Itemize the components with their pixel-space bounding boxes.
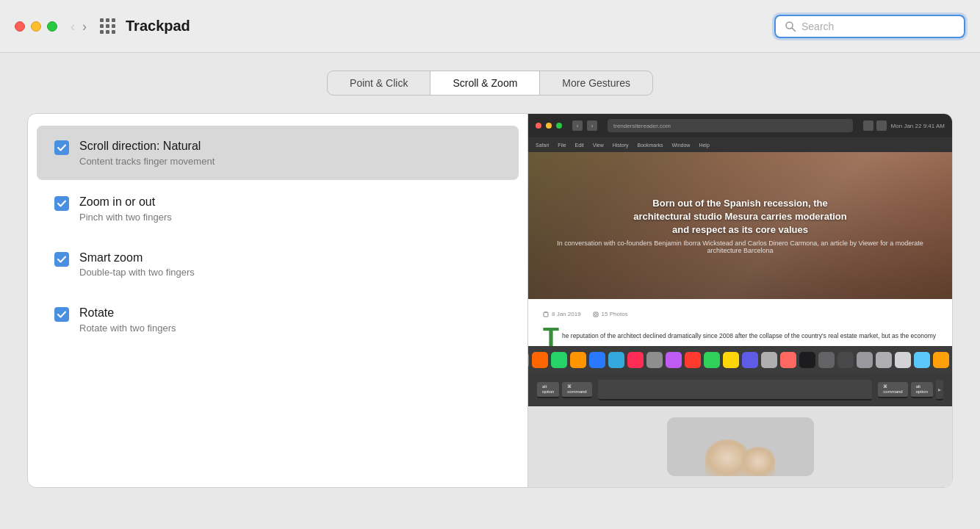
setting-text-scroll-direction: Scroll direction: Natural Content tracks…	[79, 139, 215, 167]
article-content: 8 Jan 2019 15 Photos T he reputation of …	[528, 299, 952, 346]
hero-subtitle: In conversation with co-founders Benjami…	[550, 240, 930, 254]
dock-icon-12	[742, 352, 758, 368]
apps-grid-icon[interactable]	[100, 18, 115, 34]
dock-icon-9	[685, 352, 701, 368]
tab-bar: Point & Click Scroll & Zoom More Gesture…	[327, 71, 653, 96]
trackpad-surface	[667, 417, 814, 476]
search-container	[774, 15, 965, 38]
setting-title-zoom: Zoom in or out	[79, 195, 172, 210]
setting-item-scroll-direction[interactable]: Scroll direction: Natural Content tracks…	[37, 126, 519, 180]
preview-panel: ‹ › trendersitereader.com Mon Jan 22 9:4…	[528, 114, 952, 487]
browser-content: Born out of the Spanish recession, the a…	[528, 152, 952, 346]
checkbox-rotate[interactable]	[54, 307, 69, 322]
right-keys: ⌘command altoption	[878, 382, 933, 398]
dock-icon-1	[532, 352, 548, 368]
left-keys: altoption ⌘command	[537, 382, 592, 398]
checkbox-scroll-direction[interactable]	[54, 140, 69, 155]
forward-button[interactable]: ›	[82, 20, 87, 33]
setting-item-zoom[interactable]: Zoom in or out Pinch with two fingers	[37, 181, 519, 236]
fullscreen-button[interactable]	[47, 21, 57, 32]
browser-chrome: ‹ › trendersitereader.com Mon Jan 22 9:4…	[528, 114, 952, 137]
dock-icon-18	[857, 352, 873, 368]
dock-icon-2	[551, 352, 567, 368]
svg-line-1	[792, 28, 796, 32]
search-input[interactable]	[801, 21, 955, 32]
window-controls	[15, 21, 57, 32]
svg-point-6	[594, 313, 597, 315]
minimize-button[interactable]	[31, 21, 41, 32]
setting-text-rotate: Rotate Rotate with two fingers	[79, 306, 176, 334]
trackpad-area	[528, 406, 952, 487]
dock-icon-4	[589, 352, 605, 368]
setting-title-scroll-direction: Scroll direction: Natural	[79, 139, 215, 154]
hero-title: Born out of the Spanish recession, the a…	[550, 197, 930, 237]
browser-maximize	[556, 123, 562, 129]
dock-icon-10	[704, 352, 720, 368]
article-meta: 8 Jan 2019 15 Photos	[543, 311, 937, 317]
close-button[interactable]	[15, 21, 25, 32]
setting-desc-rotate: Rotate with two fingers	[79, 323, 176, 334]
browser-minimize	[546, 123, 552, 129]
dock-icon-11	[723, 352, 739, 368]
setting-desc-zoom: Pinch with two fingers	[79, 212, 172, 223]
setting-text-zoom: Zoom in or out Pinch with two fingers	[79, 195, 172, 223]
checkbox-smart-zoom[interactable]	[54, 252, 69, 267]
tab-more-gestures[interactable]: More Gestures	[540, 71, 652, 95]
browser-url-bar: trendersitereader.com	[608, 119, 853, 132]
dock-icon-21	[914, 352, 930, 368]
article-para-1: he reputation of the architect declined …	[562, 332, 936, 346]
dock-icon-5	[608, 352, 624, 368]
setting-item-smart-zoom[interactable]: Smart zoom Double-tap with two fingers	[37, 237, 519, 292]
dock-icon-14	[780, 352, 796, 368]
setting-title-smart-zoom: Smart zoom	[79, 251, 195, 266]
key-alt-left: altoption	[537, 382, 559, 398]
browser-close	[536, 123, 541, 129]
key-cmd-left: ⌘command	[562, 382, 591, 398]
drop-cap: T	[543, 328, 559, 346]
dock-icon-8	[666, 352, 682, 368]
dock-icon-19	[876, 352, 892, 368]
settings-list: Scroll direction: Natural Content tracks…	[28, 114, 527, 487]
key-alt-right: altoption	[911, 382, 933, 398]
titlebar: ‹ › Trackpad	[0, 0, 980, 53]
dock-icon-7	[646, 352, 663, 368]
dock-icon-13	[761, 352, 777, 368]
content-area: Point & Click Scroll & Zoom More Gesture…	[0, 53, 980, 488]
app-title: Trackpad	[126, 18, 190, 35]
hero-text: Born out of the Spanish recession, the a…	[528, 197, 952, 255]
nav-arrows: ‹ ›	[71, 20, 87, 33]
article-date: 8 Jan 2019	[543, 311, 581, 317]
main-panel: Scroll direction: Natural Content tracks…	[27, 113, 953, 488]
hero-image: Born out of the Spanish recession, the a…	[528, 152, 952, 299]
dock-icon-6	[627, 352, 644, 368]
search-icon	[785, 21, 796, 32]
tab-point-click[interactable]: Point & Click	[328, 71, 430, 95]
setting-title-rotate: Rotate	[79, 306, 176, 321]
browser-window: ‹ › trendersitereader.com Mon Jan 22 9:4…	[528, 114, 952, 487]
dock-icon-15	[799, 352, 815, 368]
finger-2	[742, 447, 775, 476]
svg-rect-5	[594, 312, 598, 317]
dock-bar	[528, 346, 952, 374]
dock-icon-17	[837, 352, 854, 368]
article-photos: 15 Photos	[593, 311, 628, 317]
back-button[interactable]: ‹	[71, 20, 75, 33]
key-cmd-right: ⌘command	[878, 382, 907, 398]
browser-screenshot: ‹ › trendersitereader.com Mon Jan 22 9:4…	[528, 114, 952, 487]
setting-text-smart-zoom: Smart zoom Double-tap with two fingers	[79, 251, 195, 278]
keyboard-bar: altoption ⌘command ⌘command altoption ▸	[528, 374, 952, 406]
dock-icon-0	[528, 352, 529, 368]
setting-desc-scroll-direction: Content tracks finger movement	[79, 156, 215, 167]
svg-rect-2	[544, 312, 548, 317]
dock-icon-20	[895, 352, 911, 368]
tab-scroll-zoom[interactable]: Scroll & Zoom	[430, 71, 540, 95]
setting-item-rotate[interactable]: Rotate Rotate with two fingers	[37, 292, 519, 347]
dock-icon-3	[570, 352, 586, 368]
setting-desc-smart-zoom: Double-tap with two fingers	[79, 267, 195, 278]
article-body: T he reputation of the architect decline…	[543, 325, 937, 346]
checkbox-zoom[interactable]	[54, 196, 69, 211]
dock-icon-22	[933, 352, 949, 368]
dock-icon-16	[818, 352, 835, 368]
dock-icon-23	[952, 352, 953, 368]
